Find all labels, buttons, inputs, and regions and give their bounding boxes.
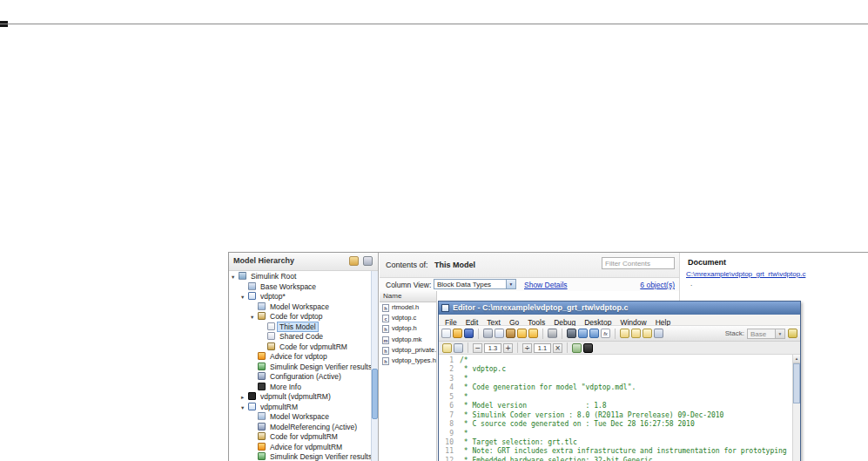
editor-document-icon xyxy=(441,304,449,312)
evaluate-advance-icon[interactable] xyxy=(643,329,652,338)
tree-item[interactable]: Advice for vdptop xyxy=(229,352,371,363)
decrement-button[interactable]: − xyxy=(473,343,482,353)
code-text: * Model version : 1.8 xyxy=(460,402,607,410)
code-text: * xyxy=(460,430,468,437)
hierarchy-tool-icon[interactable] xyxy=(349,256,359,266)
code-text: * xyxy=(460,375,468,383)
paste-icon[interactable] xyxy=(506,329,515,338)
tree-item[interactable]: This Model xyxy=(229,322,371,333)
line-number: 3 xyxy=(439,375,454,383)
tree-item[interactable]: Shared Code xyxy=(229,332,371,342)
increment-button[interactable]: + xyxy=(503,343,513,353)
tree-item[interactable]: Advice for vdpmultRM xyxy=(229,443,371,453)
show-details-link[interactable]: Show Details xyxy=(524,281,568,289)
undo-icon[interactable] xyxy=(517,329,527,338)
cell-publish-icon[interactable] xyxy=(572,343,582,353)
collapse-icon[interactable]: ▾ xyxy=(241,403,248,414)
tree-item[interactable]: ▾Simulink Root xyxy=(229,272,371,282)
file-list-item[interactable]: hvdptop_private.h xyxy=(380,345,436,356)
file-list-item[interactable]: hvdptop_types.h xyxy=(380,356,436,366)
file-icon: c xyxy=(382,315,389,322)
tree-item[interactable]: ▾vdptop* xyxy=(229,292,371,302)
hierarchy-options-icon[interactable] xyxy=(363,256,373,266)
file-list-item[interactable]: cvdptop.c xyxy=(380,313,436,323)
verifier-icon xyxy=(258,363,266,370)
toolbar-separator xyxy=(542,329,543,339)
copy-icon[interactable] xyxy=(495,329,504,338)
publish-icon[interactable] xyxy=(654,329,663,338)
multiply-value-field[interactable]: 1.1 xyxy=(534,343,551,353)
tree-item[interactable]: Model Workspace xyxy=(229,302,371,313)
file-name: vdptop_private.h xyxy=(392,346,436,354)
editor-toolbar-icons: fx xyxy=(441,329,663,339)
page: Model Hierarchy ▾Simulink RootBase Works… xyxy=(0,0,868,461)
function-icon[interactable]: fx xyxy=(601,329,610,338)
tree-item[interactable]: ▸vdpmult (vdpmultRM) xyxy=(229,392,371,403)
tree-item[interactable]: Simulink Design Verifier results xyxy=(229,452,371,461)
tree-item[interactable]: Simulink Design Verifier results xyxy=(229,363,371,373)
multiply-button[interactable]: × xyxy=(553,343,562,353)
tree-item[interactable]: ▾Code for vdptop xyxy=(229,312,371,322)
find-icon[interactable] xyxy=(567,329,576,338)
forward-icon[interactable] xyxy=(589,329,599,338)
collapse-icon[interactable]: ▾ xyxy=(241,293,248,303)
object-count-link[interactable]: 6 object(s) xyxy=(640,281,675,289)
save-icon[interactable] xyxy=(464,329,474,338)
document-link[interactable]: C:\mrexample\vdptop_grt_rtw\vdptop.c xyxy=(686,270,805,278)
tree-item-label: Simulink Design Verifier results xyxy=(268,363,371,371)
model-hierarchy-tree: ▾Simulink RootBase Workspace▾vdptop*Mode… xyxy=(229,271,371,461)
new-cell-icon[interactable] xyxy=(620,329,629,338)
highlight-icon[interactable] xyxy=(788,329,797,338)
tree-item[interactable]: ▾vdpmultRM xyxy=(229,403,371,413)
contents-of-label: Contents of: xyxy=(386,261,428,269)
file-list-item[interactable]: hrtmodel.h xyxy=(380,302,436,313)
tree-item[interactable]: Code for vdpmultRM xyxy=(229,432,371,443)
code-area[interactable]: 1/*2 * vdptop.c3 *4 * Code generation fo… xyxy=(439,355,792,461)
new-file-icon[interactable] xyxy=(441,329,451,338)
evaluate-cell-icon[interactable] xyxy=(631,329,641,338)
tree-item-label: vdpmultRM xyxy=(259,403,299,411)
collapse-icon[interactable]: ▾ xyxy=(251,313,258,323)
expand-icon[interactable]: ▸ xyxy=(241,393,248,403)
line-number: 1 xyxy=(439,356,454,365)
tree-item[interactable]: Configuration (Active) xyxy=(229,372,371,383)
tree-item[interactable]: More Info xyxy=(229,383,371,393)
editor-titlebar[interactable]: Editor - C:\mrexample\vdptop_grt_rtw\vdp… xyxy=(439,302,800,315)
tree-scrollbar-thumb[interactable] xyxy=(372,369,378,419)
stack-value: Base xyxy=(750,330,766,338)
editor-scrollbar[interactable]: ▴ xyxy=(792,355,800,461)
name-column-header[interactable]: Name xyxy=(380,291,436,302)
code-text: * vdptop.c xyxy=(460,365,506,373)
filter-contents-input[interactable] xyxy=(602,257,675,269)
collapse-icon[interactable]: ▾ xyxy=(232,273,239,283)
back-icon[interactable] xyxy=(578,329,588,338)
file-list-item[interactable]: hvdptop.h xyxy=(380,323,436,334)
cell-divider-icon[interactable] xyxy=(454,343,463,353)
tree-item[interactable]: Code for vdpmultRM xyxy=(229,342,371,353)
line-number: 10 xyxy=(439,438,454,447)
model-ref-icon xyxy=(248,392,256,400)
tree-item[interactable]: Base Workspace xyxy=(229,282,371,293)
redo-icon[interactable] xyxy=(528,329,538,338)
open-file-icon[interactable] xyxy=(453,329,462,338)
stack-dropdown[interactable]: Base ▾ xyxy=(747,329,785,339)
tree-item[interactable]: ModelReferencing (Active) xyxy=(229,423,371,433)
increment-value-field[interactable]: 1.3 xyxy=(484,343,501,353)
scroll-up-icon[interactable]: ▴ xyxy=(793,355,800,363)
tree-scrollbar[interactable] xyxy=(371,271,378,461)
tree-item-label: Advice for vdptop xyxy=(268,352,329,361)
column-view-dropdown[interactable]: Block Data Types ▾ xyxy=(434,279,516,289)
editor-scrollbar-thumb[interactable] xyxy=(793,363,800,403)
file-list-item[interactable]: mvdptop.mk xyxy=(380,335,436,345)
cell-run-icon[interactable] xyxy=(583,343,593,353)
config-icon xyxy=(258,423,266,430)
cut-icon[interactable] xyxy=(483,329,493,338)
tree-item[interactable]: Model Workspace xyxy=(229,412,371,423)
editor-toolbar: fx Stack: Base ▾ xyxy=(439,326,800,342)
file-name: vdptop.c xyxy=(392,314,416,322)
line-number: 11 xyxy=(439,447,454,456)
print-icon[interactable] xyxy=(548,329,557,338)
divide-button[interactable]: ÷ xyxy=(522,343,532,353)
tree-item-label: Code for vdptop xyxy=(268,312,324,321)
cell-insert-icon[interactable] xyxy=(442,343,452,353)
